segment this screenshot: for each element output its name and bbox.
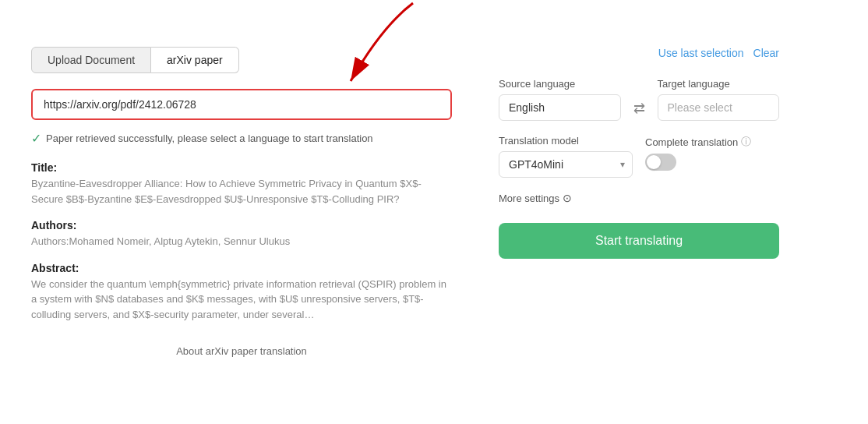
use-last-selection-button[interactable]: Use last selection <box>658 47 744 59</box>
more-settings-label: More settings <box>499 193 559 204</box>
more-settings-chevron-icon: ⊙ <box>563 192 572 204</box>
language-group: Source language English ⇄ Target languag… <box>499 78 779 121</box>
toggle-knob <box>647 155 661 169</box>
translation-model-label: Translation model <box>499 135 633 147</box>
tab-arxiv-paper[interactable]: arXiv paper <box>151 47 239 73</box>
success-icon: ✓ <box>31 131 41 146</box>
paper-abstract-section: Abstract: We consider the quantum \emph{… <box>31 262 452 323</box>
abstract-value: We consider the quantum \emph{symmetric}… <box>31 277 452 323</box>
clear-button[interactable]: Clear <box>753 47 779 59</box>
source-language-field: Source language English <box>499 78 621 121</box>
complete-translation-info-icon[interactable]: ⓘ <box>741 135 751 149</box>
top-links: Use last selection Clear <box>499 47 779 59</box>
url-input[interactable] <box>33 90 450 118</box>
success-text: Paper retrieved successfully, please sel… <box>46 132 373 144</box>
paper-authors-section: Authors: Authors:Mohamed Nomeir, Alptug … <box>31 219 452 249</box>
complete-translation-field: Complete translation ⓘ <box>645 135 779 171</box>
complete-translation-toggle[interactable] <box>645 154 676 171</box>
model-select-wrapper: GPT4oMini ▾ <box>499 151 633 178</box>
success-message: ✓ Paper retrieved successfully, please s… <box>31 131 452 146</box>
target-language-field: Target language Please select <box>658 78 780 121</box>
model-row: Translation model GPT4oMini ▾ Complete t… <box>499 135 779 178</box>
abstract-label: Abstract: <box>31 262 452 274</box>
target-language-label: Target language <box>658 78 780 90</box>
right-panel: Use last selection Clear Source language… <box>483 47 779 259</box>
authors-label: Authors: <box>31 219 452 231</box>
left-panel: Upload Document arXiv paper ✓ Paper retr… <box>31 47 483 357</box>
complete-translation-label-row: Complete translation ⓘ <box>645 135 779 149</box>
translation-model-select[interactable]: GPT4oMini <box>499 151 633 178</box>
target-language-select[interactable]: Please select <box>658 94 780 121</box>
paper-title-section: Title: Byzantine-Eavesdropper Alliance: … <box>31 161 452 207</box>
title-label: Title: <box>31 161 452 174</box>
title-value: Byzantine-Eavesdropper Alliance: How to … <box>31 176 452 207</box>
source-language-select[interactable]: English <box>499 94 621 121</box>
source-language-label: Source language <box>499 78 621 90</box>
authors-value: Authors:Mohamed Nomeir, Alptug Aytekin, … <box>31 234 452 249</box>
tab-upload-document[interactable]: Upload Document <box>31 47 151 73</box>
complete-translation-label: Complete translation <box>645 136 738 148</box>
swap-languages-icon[interactable]: ⇄ <box>633 100 645 117</box>
about-link[interactable]: About arXiv paper translation <box>31 345 452 357</box>
translation-model-field: Translation model GPT4oMini ▾ <box>499 135 633 178</box>
url-input-wrapper <box>31 89 452 120</box>
start-translating-button[interactable]: Start translating <box>499 223 779 259</box>
tab-group: Upload Document arXiv paper <box>31 47 452 73</box>
more-settings-row[interactable]: More settings ⊙ <box>499 192 779 204</box>
